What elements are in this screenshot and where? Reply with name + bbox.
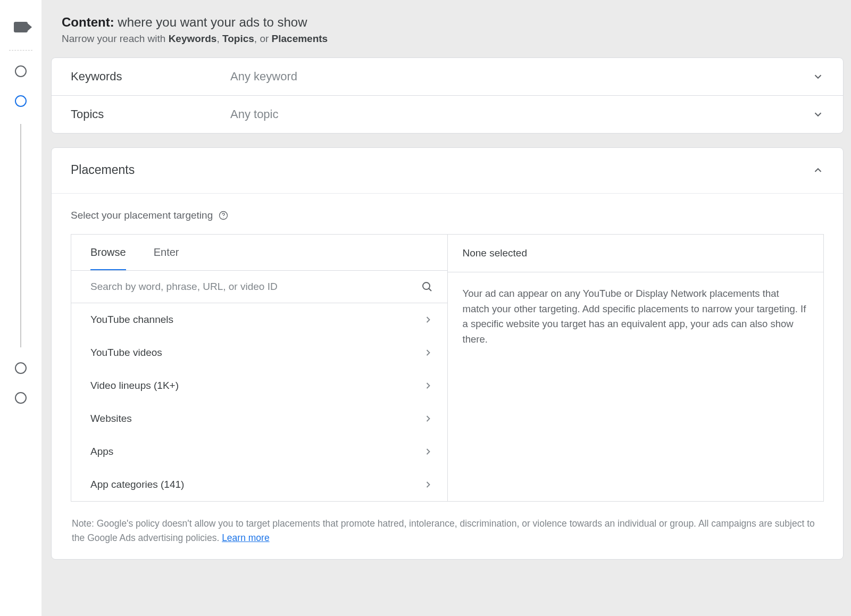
placements-card: Placements Select your placement targeti… <box>51 147 844 560</box>
placement-category[interactable]: Apps <box>71 435 447 468</box>
content-section-header: Content: where you want your ads to show… <box>51 4 844 57</box>
keywords-row[interactable]: Keywords Any keyword <box>52 58 843 96</box>
placement-selection-pane: None selected Your ad can appear on any … <box>448 235 824 501</box>
tab-browse[interactable]: Browse <box>90 246 126 271</box>
topics-value: Any topic <box>230 107 812 121</box>
chevron-right-icon <box>423 314 433 325</box>
placement-category[interactable]: App categories (141) <box>71 468 447 501</box>
svg-point-1 <box>223 218 224 218</box>
placement-category[interactable]: YouTube channels <box>71 303 447 336</box>
tab-enter[interactable]: Enter <box>154 246 179 271</box>
placement-subtitle: Select your placement targeting <box>71 210 213 221</box>
content-title-bold: Content: <box>62 15 114 29</box>
topics-row[interactable]: Topics Any topic <box>52 96 843 133</box>
svg-line-3 <box>429 288 431 291</box>
svg-point-2 <box>423 282 430 289</box>
placement-category-label: Video lineups (1K+) <box>90 380 179 392</box>
chevron-right-icon <box>423 479 433 490</box>
step-circle[interactable] <box>14 361 28 375</box>
topics-label: Topics <box>71 107 230 121</box>
placement-category[interactable]: Video lineups (1K+) <box>71 369 447 402</box>
keywords-value: Any keyword <box>230 70 812 84</box>
search-icon[interactable] <box>421 280 433 293</box>
placement-category-label: Apps <box>90 446 113 457</box>
video-icon <box>14 20 28 34</box>
divider <box>9 50 32 51</box>
placement-category[interactable]: YouTube videos <box>71 336 447 369</box>
stepper-sidebar <box>0 0 41 616</box>
placement-category-label: YouTube channels <box>90 314 173 326</box>
placement-browse-pane: Browse Enter YouTube channelsYouTube vid… <box>71 235 448 501</box>
help-icon[interactable] <box>218 210 229 221</box>
selection-heading: None selected <box>448 235 824 272</box>
chevron-down-icon <box>812 109 824 120</box>
placements-title: Placements <box>71 163 135 177</box>
placement-category-label: Websites <box>90 413 132 424</box>
step-circle-active[interactable] <box>14 94 28 108</box>
placement-category-label: App categories (141) <box>90 479 184 490</box>
content-title-rest: where you want your ads to show <box>114 15 307 29</box>
content-collapsed-card: Keywords Any keyword Topics Any topic <box>51 57 844 134</box>
keywords-label: Keywords <box>71 70 230 84</box>
policy-note: Note: Google's policy doesn't allow you … <box>71 502 824 548</box>
step-circle[interactable] <box>14 64 28 78</box>
placement-category[interactable]: Websites <box>71 402 447 435</box>
placement-picker: Browse Enter YouTube channelsYouTube vid… <box>71 234 824 502</box>
learn-more-link[interactable]: Learn more <box>222 532 270 543</box>
chevron-right-icon <box>423 347 433 358</box>
placement-category-label: YouTube videos <box>90 347 162 359</box>
placements-header[interactable]: Placements <box>52 148 843 194</box>
chevron-up-icon <box>812 164 824 176</box>
chevron-right-icon <box>423 413 433 424</box>
chevron-right-icon <box>423 446 433 457</box>
step-line <box>20 124 21 347</box>
chevron-down-icon <box>812 71 824 82</box>
placement-search-input[interactable] <box>90 281 413 293</box>
chevron-right-icon <box>423 380 433 391</box>
selection-description: Your ad can appear on any YouTube or Dis… <box>448 272 824 361</box>
step-circle[interactable] <box>14 391 28 405</box>
